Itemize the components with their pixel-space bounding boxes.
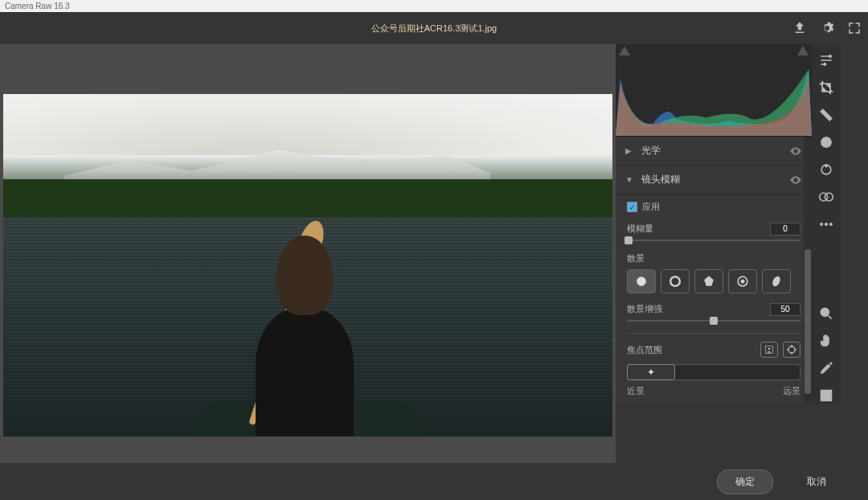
focus-range-handle[interactable]: ✦ bbox=[627, 364, 675, 380]
hand-icon[interactable] bbox=[818, 333, 834, 349]
svg-point-14 bbox=[824, 63, 826, 65]
eye-icon[interactable] bbox=[789, 174, 802, 186]
bokeh-blade5-button[interactable] bbox=[694, 269, 723, 293]
photo-preview bbox=[3, 94, 612, 436]
svg-point-23 bbox=[821, 308, 829, 316]
svg-point-19 bbox=[825, 193, 833, 201]
section-lensblur-title: 镜头模糊 bbox=[641, 173, 680, 186]
header-bar: 公众号后期社ACR16.3测试1.jpg bbox=[0, 12, 868, 44]
svg-point-9 bbox=[771, 275, 781, 288]
svg-point-21 bbox=[825, 223, 827, 225]
svg-point-12 bbox=[788, 346, 795, 353]
blur-amount-label: 模糊量 bbox=[627, 223, 653, 236]
chevron-down-icon: ▼ bbox=[625, 175, 633, 184]
bokeh-label: 散景 bbox=[627, 252, 800, 264]
filename-label: 公众号后期社ACR16.3测试1.jpg bbox=[371, 23, 497, 35]
ok-button[interactable]: 确定 bbox=[717, 469, 773, 494]
cancel-button[interactable]: 取消 bbox=[789, 470, 844, 494]
right-column: ▶ 光学 ▼ 镜头模糊 ✓ 应用 bbox=[616, 44, 841, 404]
fullscreen-icon[interactable] bbox=[847, 21, 862, 35]
svg-point-8 bbox=[741, 280, 745, 284]
boost-value[interactable]: 50 bbox=[770, 303, 800, 316]
window-titlebar: Camera Raw 16.3 bbox=[0, 0, 868, 12]
section-optics-title: 光学 bbox=[641, 144, 661, 158]
lensblur-body: ✓ 应用 模糊量 0 散景 bbox=[616, 195, 812, 404]
svg-point-13 bbox=[829, 55, 831, 57]
presets-icon[interactable] bbox=[818, 189, 834, 205]
app-title: Camera Raw 16.3 bbox=[5, 2, 70, 10]
svg-point-11 bbox=[768, 348, 770, 350]
edit-sliders-icon[interactable] bbox=[818, 52, 834, 68]
histogram[interactable] bbox=[616, 44, 812, 137]
section-optics[interactable]: ▶ 光学 bbox=[616, 137, 812, 166]
boost-slider[interactable]: 散景增强 50 bbox=[627, 303, 800, 322]
blur-amount-value[interactable]: 0 bbox=[770, 223, 800, 236]
svg-marker-6 bbox=[704, 276, 714, 286]
eye-icon[interactable] bbox=[789, 145, 802, 158]
more-icon[interactable] bbox=[818, 216, 834, 232]
grid-icon[interactable] bbox=[818, 387, 834, 404]
header-tools bbox=[792, 21, 862, 35]
far-label: 远景 bbox=[783, 385, 800, 397]
crop-icon[interactable] bbox=[818, 80, 834, 96]
blur-amount-slider[interactable]: 模糊量 0 bbox=[627, 223, 800, 241]
sampler-icon[interactable] bbox=[818, 360, 834, 376]
focus-point-button[interactable] bbox=[783, 342, 800, 358]
redeye-icon[interactable]: + bbox=[818, 162, 834, 178]
svg-point-20 bbox=[821, 223, 823, 225]
footer-bar: 确定 取消 bbox=[0, 463, 868, 500]
heal-icon[interactable] bbox=[818, 107, 834, 123]
bokeh-bubble-button[interactable] bbox=[661, 269, 690, 293]
panel-scrollbar[interactable] bbox=[804, 137, 812, 404]
svg-point-22 bbox=[829, 223, 832, 225]
mask-icon[interactable] bbox=[818, 134, 834, 150]
svg-point-15 bbox=[821, 137, 831, 147]
bokeh-circle-button[interactable] bbox=[627, 269, 656, 293]
scrollbar-thumb[interactable] bbox=[805, 249, 811, 394]
apply-label: 应用 bbox=[642, 201, 660, 213]
bokeh-ring-button[interactable] bbox=[728, 269, 757, 293]
svg-point-5 bbox=[670, 277, 680, 286]
section-lensblur[interactable]: ▼ 镜头模糊 bbox=[616, 166, 812, 195]
svg-text:+: + bbox=[825, 163, 828, 169]
boost-label: 散景增强 bbox=[627, 303, 662, 316]
preview-column: 适应 (39.9%) 100% ▾ bbox=[0, 44, 616, 500]
apply-checkbox[interactable]: ✓ 应用 bbox=[627, 201, 800, 213]
svg-point-4 bbox=[637, 277, 646, 286]
near-label: 近景 bbox=[627, 385, 645, 397]
focus-range-bar[interactable]: ✦ bbox=[627, 364, 800, 380]
canvas-area[interactable] bbox=[0, 44, 616, 468]
tool-strip: + bbox=[812, 44, 841, 404]
divider bbox=[627, 333, 800, 334]
focus-range-track[interactable] bbox=[675, 364, 800, 380]
focus-subject-button[interactable] bbox=[760, 342, 778, 358]
bokeh-shape-group bbox=[627, 269, 800, 293]
zoom-icon[interactable] bbox=[818, 305, 834, 322]
gear-icon[interactable] bbox=[820, 21, 834, 35]
bokeh-cateye-button[interactable] bbox=[762, 269, 791, 293]
focus-range-label: 焦点范围 bbox=[627, 344, 662, 356]
export-icon[interactable] bbox=[792, 21, 807, 35]
chevron-right-icon: ▶ bbox=[625, 146, 633, 155]
svg-rect-24 bbox=[821, 390, 831, 400]
checkbox-checked-icon: ✓ bbox=[627, 202, 637, 212]
